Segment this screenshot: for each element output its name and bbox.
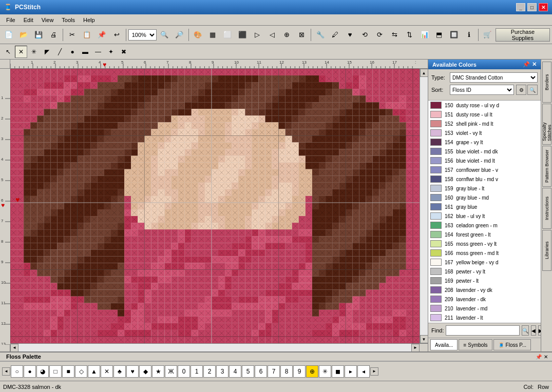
tab-symbols[interactable]: ≡ Symbols bbox=[459, 339, 492, 350]
palette-symbol[interactable]: ○ bbox=[11, 365, 23, 378]
scroll-left-button[interactable]: ◄ bbox=[10, 344, 18, 352]
tab-pattern[interactable]: Pattern Browser bbox=[542, 146, 551, 187]
palette-symbol[interactable]: ♥ bbox=[126, 365, 139, 378]
purchase-button[interactable]: Purchase Supplies bbox=[496, 28, 550, 42]
color-list-item[interactable]: 150 dusty rose - ul vy d bbox=[428, 101, 541, 110]
palette-symbol[interactable]: 7 bbox=[268, 365, 280, 378]
tool-cross[interactable]: ✳ bbox=[28, 46, 40, 58]
palette-symbol[interactable]: ★ bbox=[152, 365, 164, 378]
type-select[interactable]: DMC Stranded Cotton bbox=[450, 72, 538, 83]
tool9[interactable]: 🖊 bbox=[328, 28, 342, 42]
minimize-button[interactable]: _ bbox=[516, 3, 525, 11]
palette-pin-button[interactable]: 📌 bbox=[535, 354, 543, 360]
tab-borders[interactable]: Borders bbox=[542, 62, 551, 103]
tool-arrow[interactable]: ↖ bbox=[2, 46, 14, 58]
tool19[interactable]: 🛒 bbox=[481, 28, 494, 42]
color-list-item[interactable]: 155 blue violet - md dk bbox=[428, 147, 541, 156]
palette-symbol[interactable]: ◆ bbox=[139, 365, 151, 378]
color-list-item[interactable]: 164 forest green - lt bbox=[428, 230, 541, 239]
close-button[interactable]: ✕ bbox=[539, 3, 548, 11]
tool-erase[interactable]: — bbox=[92, 46, 104, 58]
color-list-item[interactable]: 152 shell pink - md lt bbox=[428, 119, 541, 128]
color-list-item[interactable]: 151 dusty rose - ul lt bbox=[428, 110, 541, 119]
palette-symbol[interactable]: Ж bbox=[165, 365, 177, 378]
palette-symbol[interactable]: ◼ bbox=[332, 365, 344, 378]
tool3[interactable]: ⬛ bbox=[235, 28, 249, 42]
tool16[interactable]: ⬒ bbox=[432, 28, 446, 42]
tool17[interactable]: 🔲 bbox=[447, 28, 461, 42]
paste-button[interactable]: 📌 bbox=[95, 28, 109, 42]
palette-symbol[interactable]: 8 bbox=[280, 365, 293, 378]
palette-symbol[interactable]: ▸ bbox=[345, 365, 357, 378]
color-list-item[interactable]: 163 celadon green - m bbox=[428, 221, 541, 230]
zoom-in-button[interactable]: 🔎 bbox=[173, 28, 186, 42]
panel-pin-icon[interactable]: 📌 bbox=[523, 61, 530, 68]
tool8[interactable]: 🔧 bbox=[313, 28, 327, 42]
menu-edit[interactable]: Edit bbox=[20, 16, 37, 24]
palette-symbol[interactable]: 1 bbox=[191, 365, 203, 378]
zoom-out-button[interactable]: 🔍 bbox=[158, 28, 172, 42]
color-list-item[interactable]: 160 gray blue - md bbox=[428, 193, 541, 202]
palette-symbol[interactable]: ■ bbox=[62, 365, 74, 378]
palette-symbol[interactable]: ⊕ bbox=[306, 365, 318, 378]
palette-symbol[interactable]: 3 bbox=[216, 365, 229, 378]
color-list[interactable]: 150 dusty rose - ul vy d 151 dusty rose … bbox=[428, 101, 541, 323]
stitch-canvas[interactable] bbox=[10, 69, 420, 343]
palette-symbol[interactable]: 0 bbox=[178, 365, 190, 378]
palette-symbol[interactable]: 2 bbox=[203, 365, 216, 378]
scroll-up-button[interactable]: ▲ bbox=[420, 69, 428, 77]
tab-libraries[interactable]: Libraries bbox=[542, 230, 551, 271]
color-list-item[interactable]: 154 grape - vy lt bbox=[428, 138, 541, 147]
tab-floss[interactable]: 🧵 Floss P... bbox=[493, 339, 531, 350]
color-list-item[interactable]: 168 pewter - vy lt bbox=[428, 267, 541, 276]
color-list-item[interactable]: 162 blue - ul vy lt bbox=[428, 211, 541, 221]
color-list-item[interactable]: 169 pewter - lt bbox=[428, 276, 541, 285]
palette-symbol[interactable]: 4 bbox=[229, 365, 241, 378]
color-list-item[interactable]: 161 gray blue bbox=[428, 202, 541, 211]
color-list-item[interactable]: 165 moss green - vy lt bbox=[428, 239, 541, 248]
tab-instructions[interactable]: Instructions bbox=[542, 188, 551, 229]
tool11[interactable]: ⟲ bbox=[358, 28, 372, 42]
tool-line[interactable]: ╱ bbox=[53, 46, 66, 58]
undo-button[interactable]: ↩ bbox=[110, 28, 124, 42]
palette-symbol[interactable]: ✳ bbox=[319, 365, 331, 378]
tool-partial[interactable]: ◤ bbox=[41, 46, 53, 58]
cut-button[interactable]: ✂ bbox=[65, 28, 79, 42]
select-button[interactable]: ⬜ bbox=[220, 28, 234, 42]
tool4[interactable]: ▷ bbox=[250, 28, 264, 42]
print-button[interactable]: 🖨 bbox=[47, 28, 61, 42]
maximize-button[interactable]: □ bbox=[527, 3, 537, 11]
palette-close-button[interactable]: ✕ bbox=[543, 354, 549, 360]
tool-special[interactable]: ✖ bbox=[118, 46, 130, 58]
color-list-item[interactable]: 159 gray blue - lt bbox=[428, 184, 541, 193]
palette-scroll-right[interactable]: ► bbox=[370, 367, 378, 376]
tool-star[interactable]: ✦ bbox=[105, 46, 117, 58]
menu-view[interactable]: View bbox=[37, 16, 58, 24]
save-button[interactable]: 💾 bbox=[32, 28, 46, 42]
color-list-item[interactable]: 157 cornflower blue - v bbox=[428, 165, 541, 174]
color-list-item[interactable]: 156 blue violet - md lt bbox=[428, 156, 541, 165]
tool7[interactable]: ⊠ bbox=[295, 28, 309, 42]
open-button[interactable]: 📂 bbox=[17, 28, 31, 42]
palette-symbol[interactable]: ◇ bbox=[75, 365, 87, 378]
palette-scroll-left[interactable]: ◄ bbox=[2, 367, 10, 376]
sort-select[interactable]: Floss ID bbox=[450, 85, 514, 95]
color-button[interactable]: 🎨 bbox=[191, 28, 205, 42]
palette-symbol[interactable]: ▲ bbox=[88, 365, 100, 378]
palette-symbol[interactable]: ◂ bbox=[357, 365, 370, 378]
palette-symbol[interactable]: 9 bbox=[293, 365, 306, 378]
color-list-item[interactable]: 153 violet - vy lt bbox=[428, 128, 541, 138]
color-list-item[interactable]: 209 lavender - dk bbox=[428, 295, 541, 304]
scroll-right-button[interactable]: ► bbox=[411, 344, 420, 352]
tool14[interactable]: ⇅ bbox=[403, 28, 416, 42]
color-list-item[interactable]: 211 lavender - lt bbox=[428, 313, 541, 322]
scroll-down-button[interactable]: ▼ bbox=[420, 335, 428, 343]
palette-symbol[interactable]: ◕ bbox=[36, 365, 49, 378]
palette-symbol[interactable]: □ bbox=[49, 365, 62, 378]
palette-symbol[interactable]: 6 bbox=[255, 365, 267, 378]
tool5[interactable]: ◁ bbox=[265, 28, 279, 42]
copy-button[interactable]: 📋 bbox=[80, 28, 94, 42]
palette-symbol[interactable]: ● bbox=[24, 365, 36, 378]
grid-button[interactable]: ▦ bbox=[206, 28, 220, 42]
tool18[interactable]: ℹ bbox=[462, 28, 476, 42]
